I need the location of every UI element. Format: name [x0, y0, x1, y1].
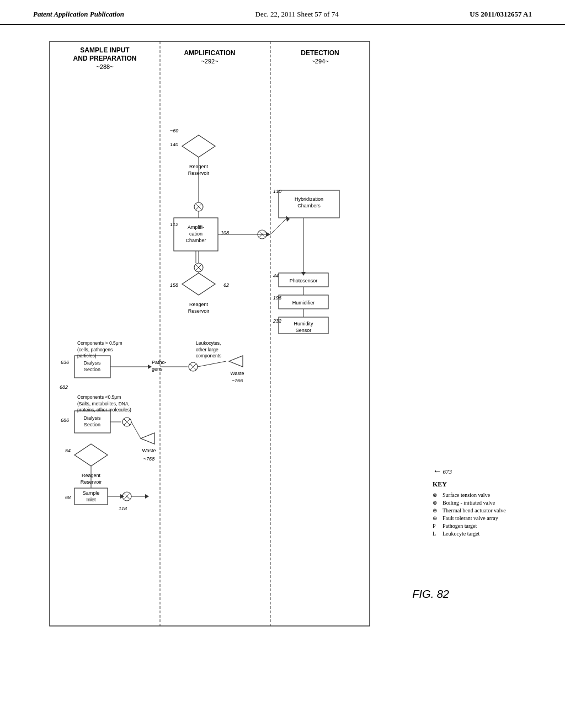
- reagent-reservoir-54-shape: [74, 444, 108, 466]
- reagent-reservoir-158-label: Reagent: [189, 302, 209, 307]
- dialysis-636-label2: Section: [84, 367, 100, 372]
- figure-label: FIG. 82: [412, 588, 449, 601]
- components-small-label2: (Salts, metabolites, DNA,: [77, 401, 130, 406]
- ref-118: 118: [119, 506, 127, 511]
- svg-marker-37: [301, 272, 306, 276]
- sample-input-label2: AND PREPARATION: [73, 55, 137, 62]
- humidifier-label: Humidifier: [292, 300, 315, 306]
- header-right: US 2011/0312657 A1: [470, 10, 532, 19]
- hybridization-label: Hybridization: [295, 196, 323, 202]
- hybridization-label2: Chambers: [297, 203, 321, 208]
- components-small-label3: proteins, other molecules): [77, 407, 131, 413]
- ref-62: 62: [223, 282, 229, 288]
- sample-inlet-label: Sample: [83, 490, 100, 496]
- svg-marker-21: [266, 232, 270, 237]
- amplification-chamber-label: Amplifi-: [188, 224, 204, 230]
- waste-768-shape: [141, 433, 154, 444]
- header-left: Patent Application Publication: [33, 10, 124, 19]
- dialysis-636-label: Dialysis: [83, 360, 101, 366]
- ref-686: 686: [61, 417, 69, 423]
- ref-766: ~766: [232, 378, 243, 383]
- detection-ref: ~294~: [311, 58, 328, 65]
- reagent-reservoir-158-label2: Reservoir: [188, 308, 210, 314]
- detection-label: DETECTION: [301, 49, 339, 57]
- components-large-label: Components > 0.5μm: [77, 340, 122, 346]
- leukocytes-label: Leukocytes,: [196, 340, 221, 346]
- page-header: Patent Application Publication Dec. 22, …: [0, 0, 565, 25]
- svg-line-15: [131, 422, 141, 438]
- amplification-chamber-label3: Chamber: [185, 238, 206, 243]
- waste-768-label: Waste: [142, 448, 156, 453]
- amplification-chamber-label2: cation: [189, 231, 202, 237]
- ref-60: ~60: [170, 128, 178, 133]
- waste-766-label: Waste: [230, 371, 244, 376]
- patent-diagram: DETECTION ~294~ AMPLIFICATION ~292~ SAMP…: [33, 36, 375, 631]
- humidity-sensor-label2: Sensor: [296, 328, 312, 333]
- dialysis-686-label: Dialysis: [83, 415, 101, 421]
- humidity-sensor-label: Humidity: [294, 321, 313, 326]
- sample-input-ref: ~288~: [96, 63, 113, 70]
- reagent-reservoir-140-shape: [182, 135, 215, 157]
- main-content: DETECTION ~294~ AMPLIFICATION ~292~ SAMP…: [0, 25, 565, 645]
- svg-marker-11: [148, 365, 152, 369]
- leukocytes-label3: components: [196, 353, 221, 358]
- ref-196: 196: [273, 295, 281, 301]
- diagram-area: DETECTION ~294~ AMPLIFICATION ~292~ SAMP…: [33, 36, 455, 634]
- components-large-label2: (cells, pathogens: [77, 347, 113, 352]
- pathogens-label: Patho-: [152, 360, 167, 365]
- ref-768: ~768: [143, 456, 154, 462]
- svg-line-34: [270, 218, 287, 234]
- waste-766-shape: [229, 356, 243, 367]
- reagent-reservoir-158-shape: [182, 273, 215, 295]
- ref-112: 112: [170, 222, 178, 227]
- ref-140: 140: [170, 142, 178, 147]
- ref-54: 54: [65, 448, 71, 453]
- ref-110: 110: [273, 189, 281, 194]
- ref-44: 44: [273, 273, 279, 279]
- ref-232: 232: [273, 318, 281, 324]
- svg-line-33: [198, 361, 226, 367]
- ref-682: 682: [60, 384, 68, 390]
- amplification-label: AMPLIFICATION: [184, 49, 235, 57]
- ref-68: 68: [65, 495, 71, 500]
- amplification-ref: ~292~: [201, 58, 218, 65]
- leukocytes-label2: other large: [196, 347, 218, 352]
- dialysis-686-label2: Section: [84, 422, 100, 427]
- ref-158: 158: [170, 282, 178, 288]
- sample-inlet-label2: Inlet: [86, 497, 96, 502]
- photosensor-label: Photosensor: [290, 278, 318, 283]
- svg-marker-35: [286, 216, 290, 222]
- components-large-label3: particles): [77, 353, 97, 358]
- ref-636: 636: [61, 360, 69, 365]
- header-center: Dec. 22, 2011 Sheet 57 of 74: [255, 10, 339, 19]
- sample-input-label: SAMPLE INPUT: [80, 46, 130, 54]
- svg-marker-9: [145, 494, 149, 499]
- components-small-label: Components <0.5μm: [77, 394, 121, 400]
